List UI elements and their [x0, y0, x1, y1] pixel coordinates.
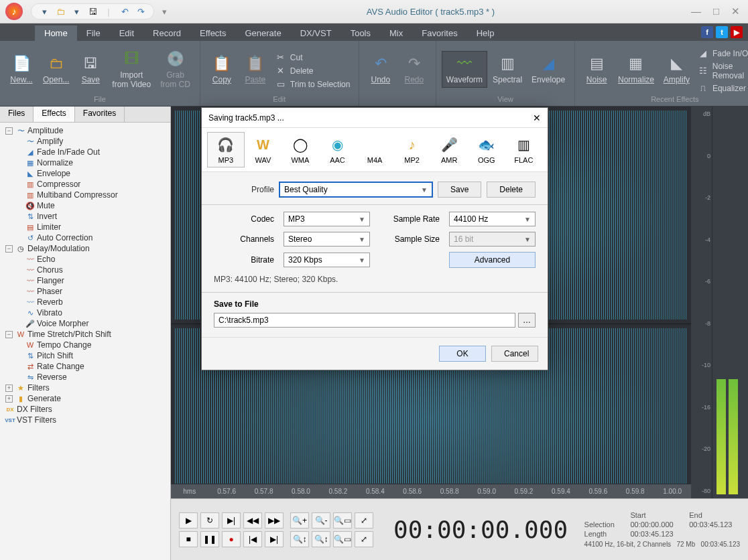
sidetab-files[interactable]: Files — [0, 107, 34, 122]
tree-item[interactable]: ∿Vibrato — [3, 307, 168, 318]
youtube-icon[interactable]: ▶ — [731, 26, 743, 38]
fmt-aac[interactable]: ◉AAC — [319, 132, 357, 167]
zoom-sel-button[interactable]: 🔍▭ — [333, 512, 352, 529]
paste-button[interactable]: 📋Paste — [239, 52, 271, 87]
save-button[interactable]: 🖫Save — [74, 52, 107, 87]
tree-item[interactable]: 🎤Voice Morpher — [3, 318, 168, 329]
tree-item[interactable]: 🔇Mute — [3, 200, 168, 211]
trim-item[interactable]: ▭Trim to Selection — [273, 78, 353, 90]
fmt-wav[interactable]: WWAV — [245, 132, 282, 167]
loop-button[interactable]: ↻ — [200, 512, 219, 529]
skip-fwd-button[interactable]: ▶| — [265, 531, 284, 547]
zoom-fit-button[interactable]: ⤢ — [355, 512, 373, 529]
save-icon[interactable]: 🖫 — [86, 5, 99, 17]
tab-help[interactable]: Help — [467, 25, 504, 41]
pause-button[interactable]: ❚❚ — [200, 531, 219, 547]
facebook-icon[interactable]: f — [701, 26, 713, 38]
tree-time[interactable]: −WTime Stretch/Pitch Shift — [3, 329, 168, 340]
fade-item[interactable]: ◢Fade In/Out — [695, 48, 748, 60]
equalizer-item[interactable]: ⎍Equalizer — [695, 82, 748, 94]
tree-item[interactable]: ⇋Reverse — [3, 372, 168, 382]
fmt-mp3[interactable]: 🎧MP3 — [207, 132, 245, 167]
zoom-v-out-button[interactable]: 🔍↕ — [312, 531, 330, 547]
tree-item[interactable]: WTempo Change — [3, 340, 168, 350]
tab-mix[interactable]: Mix — [380, 25, 412, 41]
dialog-titlebar[interactable]: Saving track5.mp3 ... ✕ — [202, 108, 548, 128]
new-button[interactable]: 📄New... — [5, 52, 38, 87]
fmt-ogg[interactable]: 🐟OGG — [468, 132, 505, 167]
tree-item[interactable]: ⇄Rate Change — [3, 361, 168, 372]
profile-save-button[interactable]: Save — [438, 182, 481, 198]
record-button[interactable]: ● — [222, 531, 241, 547]
qat-dropdown-icon[interactable]: ▾ — [38, 5, 50, 17]
maximize-button[interactable]: □ — [713, 5, 719, 17]
tree-vstfilters[interactable]: VSTVST Filters — [3, 415, 168, 425]
tree-amplitude[interactable]: −〜Amplitude — [3, 125, 168, 136]
tree-item[interactable]: ▥Compressor — [3, 179, 168, 190]
amplify-button[interactable]: ◣Amplify — [660, 52, 694, 87]
tree-generate[interactable]: +▮Generate — [3, 393, 168, 404]
tree-item[interactable]: ▦Normalize — [3, 157, 168, 168]
fmt-m4a[interactable]: M4A — [356, 132, 393, 167]
minimize-button[interactable]: — — [691, 5, 701, 17]
stop-button[interactable]: ■ — [179, 531, 198, 547]
tab-edit[interactable]: Edit — [110, 25, 143, 41]
qat-customize-icon[interactable]: ▾ — [158, 5, 170, 17]
fmt-wma[interactable]: ◯WMA — [282, 132, 319, 167]
next-button[interactable]: ▶| — [222, 512, 241, 529]
play-button[interactable]: ▶ — [179, 512, 198, 529]
tree-delay[interactable]: −◷Delay/Modulation — [3, 243, 168, 254]
copy-button[interactable]: 📋Copy — [206, 52, 238, 87]
zoom-v-sel-button[interactable]: 🔍▭ — [333, 531, 352, 547]
zoom-v-in-button[interactable]: 🔍↕ — [290, 531, 309, 547]
twitter-icon[interactable]: t — [716, 26, 728, 38]
sidetab-favorites[interactable]: Favorites — [75, 107, 125, 122]
normalize-button[interactable]: ▦Normalize — [614, 52, 658, 87]
cut-item[interactable]: ✂Cut — [273, 52, 353, 64]
tab-file[interactable]: File — [77, 25, 110, 41]
spectral-view-button[interactable]: ▥Spectral — [489, 52, 526, 87]
channels-combo[interactable]: Stereo▼ — [284, 232, 370, 247]
advanced-button[interactable]: Advanced — [449, 252, 536, 268]
tree-item[interactable]: ◣Envelope — [3, 168, 168, 179]
tree-item[interactable]: ⇅Pitch Shift — [3, 350, 168, 361]
fmt-amr[interactable]: 🎤AMR — [430, 132, 468, 167]
effects-tree[interactable]: −〜Amplitude 〜Amplify ◢Fade In/Fade Out ▦… — [0, 123, 170, 560]
tree-filters[interactable]: +★Filters — [3, 382, 168, 393]
bitrate-combo[interactable]: 320 Kbps▼ — [284, 253, 370, 267]
tab-record[interactable]: Record — [143, 25, 190, 41]
profile-combo[interactable]: Best Quality▼ — [279, 182, 432, 197]
tree-item[interactable]: 〰Chorus — [3, 265, 168, 275]
tree-item[interactable]: ▤Limiter — [3, 222, 168, 232]
envelope-view-button[interactable]: ◢Envelope — [527, 52, 569, 87]
qat-dropdown2-icon[interactable]: ▾ — [70, 5, 82, 17]
tab-effects[interactable]: Effects — [190, 25, 236, 41]
redo-icon[interactable]: ↷ — [135, 5, 147, 17]
tab-tools[interactable]: Tools — [341, 25, 380, 41]
tab-favorites[interactable]: Favorites — [412, 25, 466, 41]
fmt-flac[interactable]: ▥FLAC — [505, 132, 543, 167]
dialog-close-button[interactable]: ✕ — [533, 113, 541, 123]
noise-removal-item[interactable]: ☷Noise Removal — [695, 61, 748, 81]
tab-dxvst[interactable]: DX/VST — [291, 25, 341, 41]
noise-button[interactable]: ▤Noise — [580, 52, 613, 87]
tree-item[interactable]: 〰Flanger — [3, 275, 168, 286]
delete-item[interactable]: ✕Delete — [273, 65, 353, 77]
folder-icon[interactable]: 🗀 — [54, 5, 66, 17]
samplerate-combo[interactable]: 44100 Hz▼ — [449, 212, 536, 226]
tree-item[interactable]: ◢Fade In/Fade Out — [3, 147, 168, 157]
rewind-button[interactable]: ◀◀ — [243, 512, 262, 529]
save-path-input[interactable] — [214, 313, 515, 328]
open-button[interactable]: 🗀Open... — [39, 52, 73, 87]
tab-home[interactable]: Home — [35, 25, 77, 41]
ok-button[interactable]: OK — [439, 346, 486, 362]
tree-item[interactable]: ▥Multiband Compressor — [3, 190, 168, 200]
browse-button[interactable]: … — [518, 313, 536, 328]
cancel-button[interactable]: Cancel — [491, 346, 538, 362]
tree-item[interactable]: 〜Amplify — [3, 136, 168, 147]
undo-button[interactable]: ↶Undo — [365, 52, 397, 87]
tree-dxfilters[interactable]: DXDX Filters — [3, 404, 168, 415]
undo-icon[interactable]: ↶ — [119, 5, 131, 17]
close-button[interactable]: ✕ — [731, 5, 740, 17]
skip-back-button[interactable]: |◀ — [243, 531, 262, 547]
